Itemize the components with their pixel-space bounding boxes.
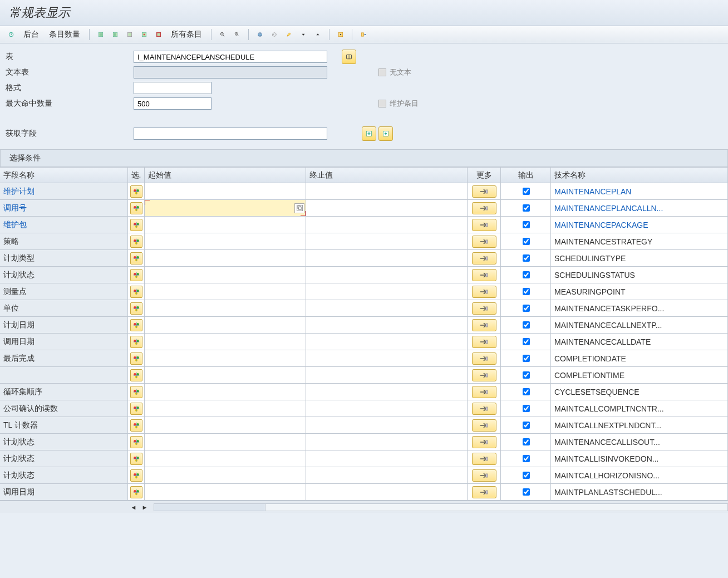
to-value-cell[interactable] [306, 367, 468, 383]
horizontal-scrollbar[interactable]: ◄ ► [0, 501, 728, 513]
field-name-cell[interactable]: 调用号 [0, 200, 128, 216]
value-help-icon[interactable] [294, 203, 304, 213]
select-option-icon[interactable] [130, 202, 142, 214]
from-value-cell[interactable] [145, 450, 306, 467]
select-option-icon[interactable] [130, 252, 142, 264]
more-options-button[interactable] [472, 453, 496, 465]
more-options-button[interactable] [472, 486, 496, 498]
select-option-cell[interactable] [128, 384, 145, 400]
col-header-more[interactable]: 更多 [468, 168, 501, 183]
from-value-cell[interactable] [145, 233, 306, 249]
to-value-cell[interactable] [306, 434, 468, 450]
from-value-cell[interactable] [145, 417, 306, 433]
output-checkbox[interactable] [523, 388, 530, 395]
from-value-cell[interactable] [145, 317, 306, 333]
field-name-cell[interactable]: 维护计划 [0, 183, 128, 199]
select-option-cell[interactable] [128, 484, 145, 500]
select-option-cell[interactable] [128, 250, 145, 266]
output-checkbox[interactable] [523, 188, 530, 195]
tech-name-cell[interactable]: MAINTENANCEPLANCALLN... [551, 200, 728, 216]
tool-icon-5[interactable] [152, 28, 165, 41]
select-option-cell[interactable] [128, 400, 145, 417]
scroll-left-icon[interactable]: ◄ [129, 503, 138, 512]
select-option-cell[interactable] [128, 417, 145, 433]
select-option-icon[interactable] [130, 386, 142, 398]
more-options-button[interactable] [472, 436, 496, 448]
more-options-button[interactable] [472, 269, 496, 281]
select-option-cell[interactable] [128, 450, 145, 467]
entry-count-button[interactable]: 条目数量 [45, 28, 85, 41]
import-button[interactable] [362, 126, 376, 141]
output-checkbox[interactable] [523, 338, 530, 345]
refresh-icon[interactable] [268, 28, 281, 41]
output-checkbox[interactable] [523, 305, 530, 312]
scroll-track[interactable] [154, 503, 728, 511]
table-input[interactable] [134, 51, 327, 63]
select-option-icon[interactable] [130, 236, 142, 248]
scroll-thumb[interactable] [154, 504, 265, 511]
select-option-cell[interactable] [128, 283, 145, 300]
sort-desc-icon[interactable] [297, 28, 310, 41]
output-checkbox[interactable] [523, 254, 530, 262]
select-option-cell[interactable] [128, 300, 145, 316]
from-value-cell[interactable] [145, 350, 306, 366]
from-value-cell[interactable] [145, 250, 306, 266]
output-checkbox[interactable] [523, 355, 530, 362]
to-value-cell[interactable] [306, 183, 468, 199]
more-options-button[interactable] [472, 286, 496, 298]
from-value-cell[interactable] [145, 400, 306, 417]
more-options-button[interactable] [472, 386, 496, 398]
more-options-button[interactable] [472, 352, 496, 365]
col-header-sel[interactable]: 选. [128, 168, 145, 183]
to-value-cell[interactable] [306, 200, 468, 216]
to-value-cell[interactable] [306, 233, 468, 249]
more-options-button[interactable] [472, 369, 496, 381]
sort-asc-icon[interactable] [311, 28, 324, 41]
zoom-out-icon[interactable] [216, 28, 229, 41]
output-checkbox[interactable] [523, 371, 530, 379]
output-checkbox[interactable] [523, 288, 530, 295]
select-option-icon[interactable] [130, 219, 142, 231]
from-value-cell[interactable] [145, 200, 306, 216]
tech-name-cell[interactable]: MAINTENANCEPACKAGE [551, 217, 728, 233]
to-value-cell[interactable] [306, 250, 468, 266]
to-value-cell[interactable] [306, 417, 468, 433]
more-options-button[interactable] [472, 469, 496, 482]
select-option-cell[interactable] [128, 467, 145, 483]
from-value-cell[interactable] [145, 183, 306, 199]
to-value-cell[interactable] [306, 400, 468, 417]
from-value-cell[interactable] [145, 217, 306, 233]
zoom-in-icon[interactable] [230, 28, 244, 41]
col-header-out[interactable]: 输出 [501, 168, 551, 183]
execute-button[interactable] [4, 28, 18, 41]
select-option-cell[interactable] [128, 334, 145, 350]
to-value-cell[interactable] [306, 334, 468, 350]
all-entries-button[interactable]: 所有条目 [166, 28, 206, 41]
col-header-to[interactable]: 终止值 [306, 168, 468, 183]
from-value-cell[interactable] [145, 434, 306, 450]
select-option-icon[interactable] [130, 369, 142, 381]
select-option-cell[interactable] [128, 434, 145, 450]
highlight-icon[interactable] [282, 28, 296, 41]
to-value-cell[interactable] [306, 267, 468, 283]
tech-name-cell[interactable]: MAINTENANCEPLAN [551, 183, 728, 199]
more-options-button[interactable] [472, 319, 496, 331]
select-option-icon[interactable] [130, 185, 142, 198]
select-option-cell[interactable] [128, 267, 145, 283]
tool-icon-3[interactable] [123, 28, 136, 41]
to-value-cell[interactable] [306, 317, 468, 333]
more-options-button[interactable] [472, 336, 496, 348]
table-search-button[interactable] [342, 50, 356, 64]
output-checkbox[interactable] [523, 238, 530, 245]
select-option-icon[interactable] [130, 486, 142, 498]
output-checkbox[interactable] [523, 221, 530, 228]
settings-icon[interactable] [334, 28, 347, 41]
from-value-cell[interactable] [145, 384, 306, 400]
output-checkbox[interactable] [523, 204, 530, 212]
select-option-icon[interactable] [130, 302, 142, 315]
output-checkbox[interactable] [523, 455, 530, 462]
exit-icon[interactable] [357, 28, 370, 41]
more-options-button[interactable] [472, 185, 496, 198]
select-option-icon[interactable] [130, 319, 142, 331]
select-option-icon[interactable] [130, 436, 142, 448]
